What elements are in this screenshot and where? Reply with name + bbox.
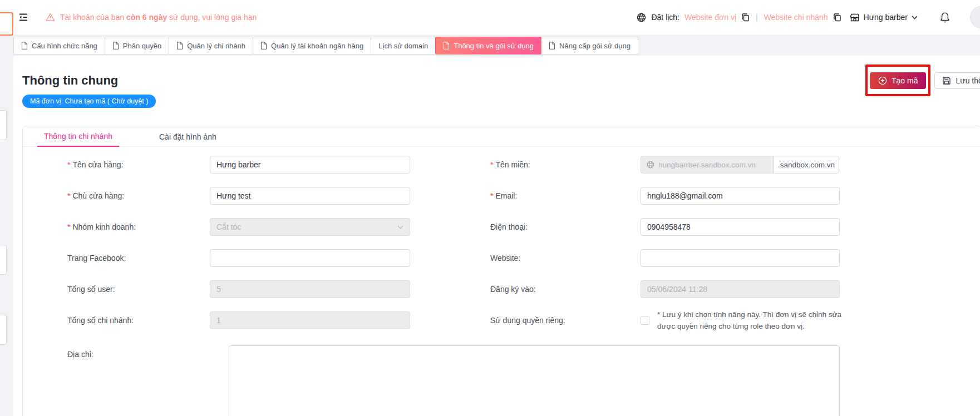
form-row: *Tên miền:hungbarrber.sandbox.com.vn.san… [490, 156, 843, 174]
copy-icon[interactable] [741, 13, 750, 22]
domain-input-group: hungbarrber.sandbox.com.vn.sandbox.com.v… [641, 156, 839, 174]
form-row: *Chủ cửa hàng: [67, 187, 410, 205]
field-label: *Tên cửa hàng: [67, 160, 210, 169]
form-column-right: *Tên miền:hungbarrber.sandbox.com.vn.san… [490, 156, 843, 343]
field-input[interactable] [210, 249, 410, 267]
inner-tab[interactable]: Thông tin chi nhánh [37, 132, 119, 147]
required-asterisk: * [67, 160, 70, 169]
field-input [641, 280, 840, 298]
page-tab[interactable]: Thông tin và gói sử dụng [435, 37, 541, 55]
page-tab-label: Quản lý chi nhánh [187, 42, 245, 50]
avatar[interactable] [970, 6, 980, 28]
field-input[interactable] [641, 218, 840, 236]
domain-suffix-addon: .sandbox.com.vn [774, 156, 839, 174]
field-input[interactable] [641, 249, 840, 267]
chevron-down-icon [397, 225, 403, 229]
required-asterisk: * [67, 222, 70, 231]
website-unit-link[interactable]: Website đơn vị [684, 13, 736, 22]
warning-triangle-icon [46, 13, 55, 22]
page-tab-label: Cấu hình chức năng [32, 42, 97, 50]
file-icon [112, 42, 119, 49]
file-icon [443, 42, 450, 49]
save-info-button[interactable]: Lưu thông t [934, 72, 980, 89]
field-label: *Nhóm kinh doanh: [67, 222, 210, 231]
file-icon [260, 42, 267, 49]
expiry-warning: Tài khoản của bạn còn 6 ngày sử dụng, vu… [46, 13, 257, 22]
website-branch-link[interactable]: Website chi nhánh [764, 13, 828, 22]
private-role-checkbox[interactable] [641, 316, 649, 325]
form-row: Tổng số user: [67, 280, 410, 298]
card-actions: Tạo mã Lưu thông t [870, 72, 980, 89]
form-row: Tổng số chi nhánh: [67, 311, 410, 329]
checkbox-note: * Lưu ý khi chọn tính năng này. Thì đơn … [657, 309, 843, 332]
inner-tab[interactable]: Cài đặt hình ảnh [152, 132, 223, 146]
page-tab[interactable]: Lịch sử domain [371, 37, 436, 55]
field-label-text: Điện thoại: [490, 222, 528, 231]
page-tab-label: Thông tin và gói sử dụng [454, 42, 534, 50]
file-icon [21, 42, 28, 49]
required-asterisk: * [490, 160, 493, 169]
form-row: *Tên cửa hàng: [67, 156, 410, 174]
booking-label: Đặt lịch: [651, 13, 679, 22]
main-card: Thông tin chung Mã đơn vị: Chưa tạo mã (… [13, 56, 980, 416]
field-label-text: Nhóm kinh doanh: [72, 222, 136, 231]
select-value: Cắt tóc [216, 222, 241, 231]
menu-fold-icon[interactable] [18, 12, 29, 23]
form-column-left: *Tên cửa hàng:*Chủ cửa hàng:*Nhóm kinh d… [67, 156, 410, 343]
sidebar-fragment [0, 245, 7, 275]
save-icon [942, 76, 951, 85]
sidebar-fragment [0, 12, 13, 36]
copy-icon[interactable] [833, 13, 841, 22]
unit-code-badge: Mã đơn vị: Chưa tạo mã ( Chờ duyệt ) [22, 95, 156, 108]
address-row: Địa chỉ: [67, 345, 980, 416]
header-right: Đặt lịch: Website đơn vị | Website chi n… [637, 6, 980, 28]
page-tab[interactable]: Phân quyền [105, 37, 169, 55]
field-label-text: Đăng ký vào: [490, 285, 536, 294]
field-label: Website: [490, 254, 641, 263]
field-label: Điện thoại: [490, 222, 641, 231]
page-title: Thông tin chung [22, 72, 980, 89]
sidebar-fragment [0, 315, 7, 345]
field-label: Địa chỉ: [67, 345, 210, 359]
form-row: Điện thoại: [490, 218, 843, 236]
chevron-down-icon [912, 16, 918, 19]
warning-text: Tài khoản của bạn còn 6 ngày sử dụng, vu… [60, 13, 257, 22]
field-label-text: Chủ cửa hàng: [72, 191, 124, 200]
field-label: *Chủ cửa hàng: [67, 191, 210, 200]
field-input[interactable] [641, 187, 840, 205]
inner-tabs: Thông tin chi nhánhCài đặt hình ảnh [23, 126, 980, 147]
plus-circle-icon [878, 76, 887, 85]
page-tab[interactable]: Quản lý tài khoản ngân hàng [253, 37, 371, 55]
account-switcher[interactable]: Hưng barber [850, 13, 918, 22]
page-tab[interactable]: Quản lý chi nhánh [169, 37, 253, 55]
domain-value: hungbarrber.sandbox.com.vn [658, 161, 756, 169]
globe-icon [637, 13, 646, 22]
globe-icon [647, 161, 654, 169]
field-input[interactable] [210, 156, 410, 174]
sidebar-fragment [0, 110, 7, 140]
page-tab-label: Nâng cấp gói sử dụng [559, 42, 631, 50]
field-label: *Email: [490, 191, 641, 200]
address-textarea[interactable] [229, 345, 840, 416]
field-label-text: Tổng số chi nhánh: [67, 316, 134, 325]
page-tab-label: Quản lý tài khoản ngân hàng [271, 42, 363, 50]
field-label-text: Tên miền: [495, 160, 530, 169]
field-label: Trang Facebook: [67, 254, 210, 263]
branch-info-panel: Thông tin chi nhánhCài đặt hình ảnh *Tên… [22, 126, 980, 416]
required-asterisk: * [67, 191, 70, 200]
field-label-text: Email: [495, 191, 517, 200]
field-label-text: Trang Facebook: [67, 254, 126, 263]
form-row: Trang Facebook: [67, 249, 410, 267]
field-label: Sử dụng quyền riêng: [490, 316, 641, 325]
field-input[interactable] [210, 187, 410, 205]
bell-icon[interactable] [939, 12, 951, 23]
file-icon [549, 42, 555, 49]
required-asterisk: * [490, 191, 493, 200]
page-tab[interactable]: Cấu hình chức năng [13, 37, 105, 55]
field-label-text: Tên cửa hàng: [72, 160, 123, 169]
top-header: Tài khoản của bạn còn 6 ngày sử dụng, vu… [0, 0, 980, 34]
page-tab[interactable]: Nâng cấp gói sử dụng [541, 37, 638, 55]
field-select: Cắt tóc [210, 218, 410, 236]
form-row: Sử dụng quyền riêng:* Lưu ý khi chọn tín… [490, 311, 843, 329]
create-code-button[interactable]: Tạo mã [870, 72, 926, 89]
